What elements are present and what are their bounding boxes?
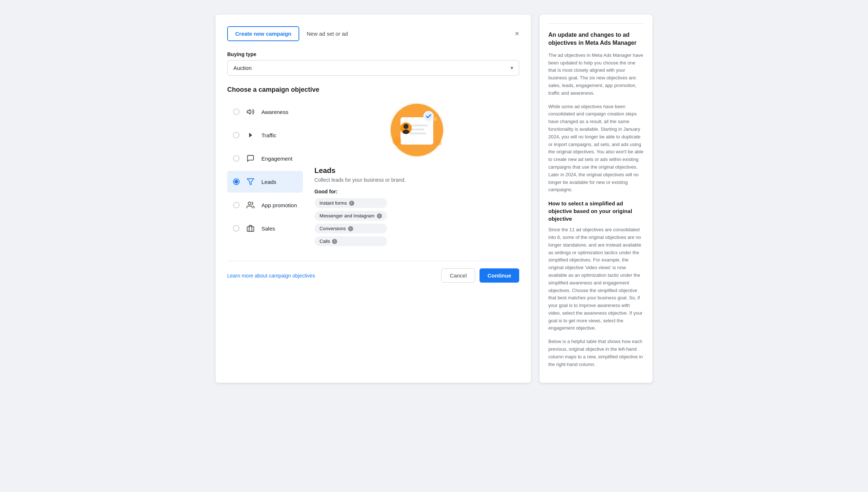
side-main-title: An update and changes to ad objectives i… [548, 31, 644, 47]
tag-conversions: Conversions i [315, 224, 387, 233]
objective-engagement[interactable]: Engagement [227, 147, 303, 169]
svg-marker-0 [247, 110, 250, 114]
radio-app-promotion [233, 202, 240, 208]
leads-illustration [388, 101, 446, 159]
svg-point-13 [403, 130, 409, 134]
radio-awareness [233, 109, 240, 115]
main-panel: Create new campaign New ad set or ad × B… [216, 15, 531, 383]
buying-type-select[interactable]: Auction Reach and Frequency [227, 60, 519, 76]
radio-traffic [233, 132, 240, 138]
awareness-label: Awareness [261, 109, 288, 115]
tag-messenger-label: Messenger and Instagram [320, 213, 375, 219]
buying-type-label: Buying type [227, 51, 519, 57]
svg-rect-9 [410, 129, 424, 130]
side-main-text-1: The ad objectives in Meta Ads Manager ha… [548, 52, 644, 97]
tag-conversions-label: Conversions [320, 226, 346, 231]
objective-awareness[interactable]: Awareness [227, 101, 303, 123]
radio-leads-inner [234, 180, 238, 184]
tag-messenger: Messenger and Instagram i [315, 211, 387, 221]
footer: Learn more about campaign objectives Can… [227, 261, 519, 283]
good-for-label: Good for: [315, 189, 338, 194]
app-promotion-label: App promotion [261, 202, 297, 208]
svg-point-16 [392, 137, 401, 145]
engagement-icon [244, 152, 257, 165]
tag-conversions-info[interactable]: i [348, 226, 353, 231]
objective-app-promotion[interactable]: App promotion [227, 194, 303, 216]
traffic-icon [244, 129, 257, 142]
side-main-text-2: While some ad objectives have been conso… [548, 103, 644, 194]
side-sub-text: Since the 11 ad objectives are consolida… [548, 226, 644, 332]
divider-top [548, 23, 644, 24]
tag-instant-forms-info[interactable]: i [349, 201, 354, 206]
sales-icon [244, 222, 257, 235]
traffic-label: Traffic [261, 132, 276, 138]
tab-new-ad[interactable]: New ad set or ad [299, 27, 355, 40]
side-panel: An update and changes to ad objectives i… [540, 15, 652, 383]
svg-point-15 [424, 112, 433, 121]
section-title: Choose a campaign objective [227, 86, 519, 94]
learn-more-link[interactable]: Learn more about campaign objectives [227, 273, 315, 279]
objectives-list: Awareness Traffic [227, 101, 303, 246]
close-button[interactable]: × [515, 29, 519, 38]
side-panel-content: An update and changes to ad objectives i… [540, 15, 652, 383]
awareness-icon [244, 105, 257, 118]
tag-messenger-info[interactable]: i [377, 213, 382, 219]
sales-label: Sales [261, 225, 275, 232]
svg-rect-10 [410, 133, 426, 134]
svg-point-12 [403, 124, 409, 129]
objective-leads[interactable]: Leads [227, 171, 303, 193]
side-table-text: Below is a helpful table that shows how … [548, 338, 644, 368]
tab-create-campaign[interactable]: Create new campaign [227, 26, 299, 41]
radio-sales [233, 225, 240, 232]
radio-leads [233, 178, 240, 185]
leads-label: Leads [261, 179, 276, 185]
svg-rect-8 [410, 125, 428, 126]
tags-list: Instant forms i Messenger and Instagram … [315, 198, 387, 246]
detail-panel: Leads Collect leads for your business or… [315, 101, 519, 246]
tag-calls-info[interactable]: i [332, 239, 337, 244]
svg-rect-3 [247, 227, 254, 231]
leads-icon [244, 175, 257, 188]
footer-buttons: Cancel Continue [441, 268, 519, 283]
detail-title: Leads [315, 166, 336, 175]
continue-button[interactable]: Continue [480, 268, 519, 283]
radio-engagement [233, 155, 240, 162]
svg-marker-1 [247, 179, 254, 185]
tag-instant-forms-label: Instant forms [320, 200, 347, 206]
engagement-label: Engagement [261, 156, 292, 162]
tag-instant-forms: Instant forms i [315, 198, 387, 208]
app-promotion-icon [244, 198, 257, 212]
detail-description: Collect leads for your business or brand… [315, 177, 406, 183]
svg-point-17 [436, 140, 442, 146]
svg-point-2 [248, 202, 251, 205]
objective-sales[interactable]: Sales [227, 217, 303, 239]
tag-calls: Calls i [315, 236, 387, 246]
side-sub-title: How to select a simplified ad objective … [548, 200, 644, 223]
cancel-button[interactable]: Cancel [441, 268, 475, 283]
tag-calls-label: Calls [320, 239, 330, 244]
tabs-row: Create new campaign New ad set or ad × [227, 26, 519, 41]
content-area: Awareness Traffic [227, 101, 519, 246]
buying-type-dropdown-wrapper: Auction Reach and Frequency ▼ [227, 60, 519, 76]
svg-point-18 [433, 117, 437, 121]
objective-traffic[interactable]: Traffic [227, 124, 303, 146]
